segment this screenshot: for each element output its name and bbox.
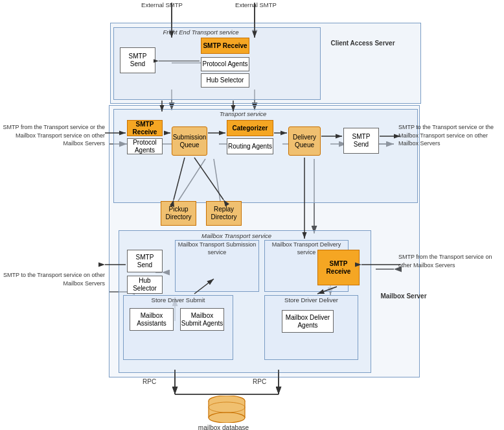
mailbox-assistants: Mailbox Assistants <box>130 308 174 331</box>
rpc-right-label: RPC <box>253 377 266 386</box>
replay-directory: Replay Directory <box>206 201 242 226</box>
smtp-receive-frontend: SMTP Receive <box>201 38 249 54</box>
transport-service-label: Transport service <box>194 110 292 118</box>
svg-point-27 <box>209 412 245 423</box>
diagram: External SMTP External SMTP Client Acces… <box>0 0 504 430</box>
hub-selector-mailbox: Hub Selector <box>127 276 163 294</box>
mailbox-database-icon <box>207 396 246 423</box>
mailbox-transport-label: Mailbox Transport service <box>155 232 317 240</box>
rpc-left-label: RPC <box>143 377 156 386</box>
smtp-send-mailbox: SMTP Send <box>127 250 163 272</box>
smtp-to-right-label: SMTP to the Transport service or the Mai… <box>398 123 499 148</box>
client-access-server-label: Client Access Server <box>330 39 395 47</box>
smtp-send-transport: SMTP Send <box>343 128 379 154</box>
smtp-receive-transport: SMTP Receive <box>127 120 163 136</box>
store-driver-deliver-label: Store Driver Deliver <box>266 296 357 304</box>
submission-queue: Submission Queue <box>172 126 207 156</box>
delivery-queue: Delivery Queue <box>288 126 321 156</box>
smtp-receive-mailbox: SMTP Receive <box>317 250 360 285</box>
pickup-directory: Pickup Directory <box>161 201 196 226</box>
mailbox-server-label: Mailbox Server <box>378 292 430 300</box>
smtp-from-left-label: SMTP from the Transport service or the M… <box>1 123 105 148</box>
categorizer: Categorizer <box>227 120 273 136</box>
front-end-transport-label: Front End Transport service <box>130 29 272 36</box>
store-driver-submit-label: Store Driver Submit <box>124 296 232 304</box>
mailbox-database-label: mailbox database <box>191 424 256 430</box>
mailbox-transport-submission-label: Mailbox Transport Submission service <box>176 241 258 256</box>
smtp-to-left-label: SMTP to the Transport service on other M… <box>1 271 105 287</box>
smtp-send-frontend: SMTP Send <box>120 47 155 73</box>
mailbox-submit-agents: Mailbox Submit Agents <box>180 308 224 331</box>
hub-selector-frontend: Hub Selector <box>201 73 249 88</box>
external-smtp-left-label: External SMTP <box>136 1 188 9</box>
routing-agents: Routing Agents <box>227 138 273 154</box>
external-smtp-right-label: External SMTP <box>230 1 282 9</box>
protocol-agents-frontend: Protocol Agents <box>201 57 249 71</box>
protocol-agents-transport: Protocol Agents <box>127 138 163 154</box>
mailbox-deliver-agents: Mailbox Deliver Agents <box>282 310 334 333</box>
smtp-from-right-label: SMTP from the Transport service on other… <box>398 253 499 269</box>
